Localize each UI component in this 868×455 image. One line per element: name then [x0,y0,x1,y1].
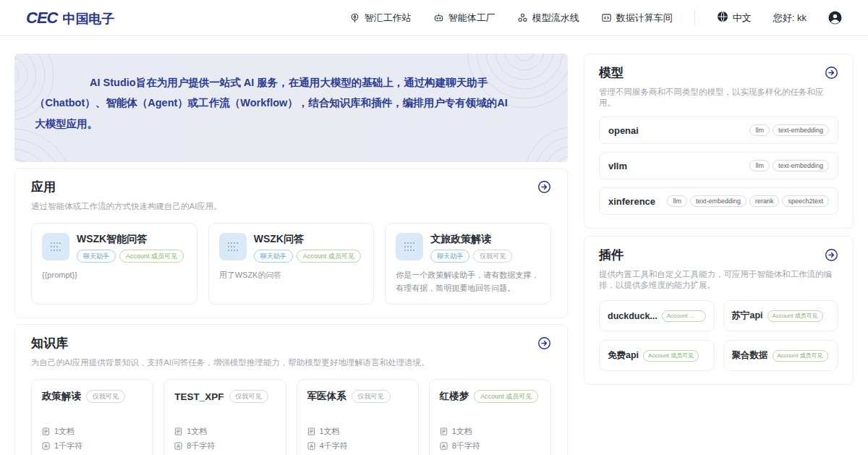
model-type-tag: rerank [749,195,780,207]
visibility-tag: 仅我可见 [473,250,512,263]
left-column: AI Studio旨在为用户提供一站式 AI 服务，在通用大模型的基础上，通过构… [14,54,568,455]
intro-banner: AI Studio旨在为用户提供一站式 AI 服务，在通用大模型的基础上，通过构… [14,54,568,162]
models-section: 模型 管理不同服务商和不同类型的模型，以实现多样化的任务和应用。 openai … [584,54,854,229]
document-icon [42,428,50,435]
plugins-section: 插件 提供内置工具和自定义工具能力，可应用于智能体和工作流的编排，以提供多维度的… [584,236,854,385]
nav-item-model-pipeline[interactable]: 模型流水线 [517,12,579,25]
model-type-tag: text-embedding [773,124,829,136]
kb-card-title: 红楼梦 [440,390,469,403]
app-card-title: WSZK智能问答 [77,233,184,246]
model-type-tag: text-embedding [773,160,829,171]
visibility-tag: 仅我可见 [229,390,268,403]
visibility-tag: Account 成员可见 [662,310,706,322]
kb-char-count: 8千字符 [187,441,215,451]
characters-icon [42,442,50,450]
page-body: AI Studio旨在为用户提供一站式 AI 服务，在通用大模型的基础上，通过构… [0,36,868,455]
apps-more-button[interactable] [537,180,551,194]
app-type-tag: 聊天助手 [254,250,293,263]
apps-title: 应用 [31,179,56,195]
model-row-vllm[interactable]: vllm llm text-embedding [599,152,838,179]
banner-text: AI Studio旨在为用户提供一站式 AI 服务，在通用大模型的基础上，通过构… [35,72,517,134]
visibility-tag: Account 成员可见 [119,250,184,263]
app-type-tag: 聊天助手 [430,250,469,263]
model-row-xinference[interactable]: xinference llm text-embedding rerank spe… [599,187,838,215]
kb-card-military-medical[interactable]: 军医体系 仅我可见 1文档 4千字符 关联1应用 2024-12-31 02:4… [297,379,419,455]
apps-section: 应用 通过智能体或工作流的方式快速构建自己的AI应用。 WSZK智能问答 [14,168,568,318]
kb-card-stats: 1文档 1千字符 关联1应用 2025-01-04 01:58:12 [42,426,142,455]
models-more-button[interactable] [825,66,838,80]
knowledge-more-button[interactable] [537,336,551,350]
model-name: vllm [608,161,627,171]
workstation-icon [349,12,360,23]
plugin-card-list: duckduck... Account 成员可见 苏宁api Account 成… [599,300,838,371]
app-card-wszk-qa[interactable]: WSZK问答 聊天助手 Account 成员可见 用了WSZK的问答 [208,223,375,305]
kb-card-hongloumeng[interactable]: 红楼梦 Account 成员可见 1文档 8千字符 关联1应用 2024-12-… [429,379,551,455]
kb-char-count: 8千字符 [452,441,480,451]
app-card-title: WSZK问答 [254,233,361,246]
plugin-name: 聚合数据 [732,349,768,362]
plugin-name: 免费api [608,349,639,362]
visibility-tag: 仅我可见 [86,390,125,403]
visibility-tag: Account 成员可见 [643,350,699,362]
document-icon [440,428,448,435]
arrow-circle-right-icon [537,336,551,350]
logo-brand-text: 中国电子 [62,10,114,27]
visibility-tag: 仅我可见 [352,390,391,403]
app-card-wszk-smart-qa[interactable]: WSZK智能问答 聊天助手 Account 成员可见 {{prompt}} [31,223,197,305]
kb-card-policy[interactable]: 政策解读 仅我可见 1文档 1千字符 关联1应用 2025-01-04 01:5… [31,379,153,455]
logo-cec-text: CEC [26,9,57,27]
language-label: 中文 [733,12,752,25]
visibility-tag: Account 成员可见 [767,310,823,322]
plugin-card-suning-api[interactable]: 苏宁api Account 成员可见 [723,300,839,331]
plugin-card-juhe-data[interactable]: 聚合数据 Account 成员可见 [723,340,839,371]
nav-item-agent-factory[interactable]: 智能体工厂 [433,12,495,25]
top-navbar: CEC 中国电子 智汇工作站 智能体工厂 模型流水线 数据计算车间 中文 您好:… [0,0,868,36]
app-card-culture-policy[interactable]: 文旅政策解读 聊天助手 仅我可见 你是一个政策解读助手，请有数据支撑，有理有据，… [385,223,551,305]
characters-icon [174,442,182,450]
plugin-card-free-api[interactable]: 免费api Account 成员可见 [599,340,715,371]
visibility-tag: Account 成员可见 [773,350,828,362]
visibility-tag: Account 成员可见 [474,390,538,403]
model-name: openai [608,125,639,136]
nav-item-label: 智汇工作站 [365,12,412,25]
user-avatar[interactable] [828,11,842,25]
app-card-description: 你是一个政策解读助手，请有数据支撑，有理有据，简明扼要地回答问题。 [396,269,540,294]
arrow-circle-right-icon [825,66,838,80]
characters-icon [307,442,315,450]
cec-logo[interactable]: CEC 中国电子 [26,9,114,27]
app-card-list: WSZK智能问答 聊天助手 Account 成员可见 {{prompt}} [31,223,551,305]
app-grid-icon [219,233,247,260]
plugins-title: 插件 [599,247,624,263]
user-greeting: 您好: kk [773,12,807,25]
nav-item-workstation[interactable]: 智汇工作站 [349,12,412,25]
model-row-openai[interactable]: openai llm text-embedding [599,116,838,144]
knowledge-subtitle: 为自己的AI应用提供背景知识，支持AI问答任务，增强模型推理能力，帮助模型更好地… [31,357,551,368]
model-type-tag: speech2text [782,195,829,207]
models-title: 模型 [599,64,624,81]
model-type-tag: llm [667,195,687,207]
app-grid-icon [396,233,423,260]
plugin-name: duckduck... [608,311,658,321]
kb-doc-count: 1文档 [187,426,207,437]
kb-doc-count: 1文档 [452,426,472,437]
nav-item-data-workshop[interactable]: 数据计算车间 [601,12,673,25]
kb-card-title: 军医体系 [307,390,346,403]
globe-icon [717,11,728,25]
plugin-card-duckduck[interactable]: duckduck... Account 成员可见 [599,300,715,331]
model-type-tag: llm [749,124,770,136]
kb-card-test-xpf[interactable]: TEST_XPF 仅我可见 1文档 8千字符 关联0应用 2024-12-31 … [163,379,286,455]
knowledge-title: 知识库 [31,335,68,352]
visibility-tag: Account 成员可见 [297,250,361,263]
kb-char-count: 4千字符 [320,441,348,451]
knowledge-card-list: 政策解读 仅我可见 1文档 1千字符 关联1应用 2025-01-04 01:5… [31,379,551,455]
plugins-more-button[interactable] [825,248,838,262]
knowledge-section: 知识库 为自己的AI应用提供背景知识，支持AI问答任务，增强模型推理能力，帮助模… [14,324,568,455]
app-card-description: 用了WSZK的问答 [219,269,364,282]
data-workshop-icon [601,12,612,23]
kb-doc-count: 1文档 [320,426,340,437]
characters-icon [440,442,448,450]
language-switcher[interactable]: 中文 [717,11,752,25]
kb-card-title: 政策解读 [42,390,81,403]
navbar-divider [694,11,695,25]
app-grid-icon [42,233,69,260]
